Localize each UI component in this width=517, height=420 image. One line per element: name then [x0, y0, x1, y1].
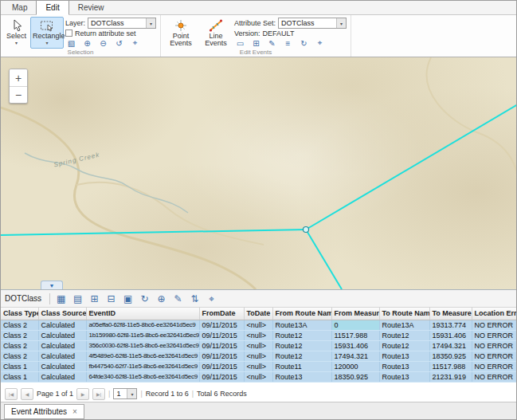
table-cell[interactable]: fb447540-62f7-11e5-8bc6-ee32641d5ec9 [86, 361, 199, 371]
table-cell[interactable]: 64fde340-62f8-11e5-8bc6-ee32641d5ec9 [86, 371, 199, 382]
table-row[interactable]: Class 1Calculated64fde340-62f8-11e5-8bc6… [1, 371, 517, 382]
table-cell[interactable]: <null> [244, 361, 272, 371]
table-cell[interactable]: Route13 [272, 371, 331, 382]
column-header[interactable]: EventID [86, 308, 199, 320]
table-cell[interactable]: Route13A [272, 320, 331, 330]
select-by-rectangle-icon[interactable]: ▧ [65, 37, 77, 49]
column-header[interactable]: Location Error [472, 308, 517, 320]
remove-from-selection-icon[interactable]: ⊖ [97, 37, 109, 49]
remove-record-icon[interactable]: ⊟ [104, 292, 119, 305]
column-header[interactable]: From Route Name [272, 308, 331, 320]
table-cell[interactable]: Calculated [38, 371, 86, 382]
table-cell[interactable]: Route12 [379, 330, 429, 340]
refresh-table-icon[interactable]: ↻ [137, 292, 152, 305]
map-canvas[interactable]: Spring Creek + − ▼ [1, 57, 517, 289]
table-cell[interactable]: 120000 [331, 361, 379, 371]
table-cell[interactable]: 0 [331, 320, 379, 330]
edit-event-icon[interactable]: ✎ [266, 37, 278, 49]
table-cell[interactable]: Calculated [38, 340, 86, 351]
sort-records-icon[interactable]: ⇅ [187, 292, 202, 305]
return-attribute-set-checkbox[interactable] [65, 29, 72, 37]
table-cell[interactable]: NO ERROR [472, 351, 517, 361]
table-cell[interactable]: 09/11/2015 [199, 330, 244, 340]
table-cell[interactable]: 09/11/2015 [199, 320, 244, 330]
zoom-in-button[interactable]: + [10, 69, 27, 86]
table-cell[interactable]: 15931.406 [429, 330, 472, 340]
table-cell[interactable]: Route12 [272, 351, 331, 361]
table-cell[interactable]: 09/11/2015 [199, 351, 244, 361]
column-header[interactable]: FromDate [199, 308, 244, 320]
table-cell[interactable]: Class 2 [1, 320, 38, 330]
previous-page-button[interactable]: ◀ [21, 388, 33, 400]
tab-event-attributes[interactable]: Event Attributes × [4, 404, 84, 419]
next-page-button[interactable]: ▶ [76, 388, 89, 400]
tab-review[interactable]: Review [69, 1, 113, 14]
route-polyline[interactable] [306, 104, 517, 230]
column-header[interactable]: To Route Name [379, 308, 429, 320]
table-row[interactable]: Class 2Calculated4f5489e0-62f8-11e5-8bc6… [1, 351, 517, 361]
table-cell[interactable]: 09/11/2015 [199, 361, 244, 371]
table-cell[interactable]: NO ERROR [472, 361, 517, 371]
attribute-grid-icon[interactable]: ▦ [53, 292, 69, 305]
tab-edit[interactable]: Edit [36, 0, 69, 15]
zoom-to-record-icon[interactable]: ⌖ [204, 292, 219, 305]
table-cell[interactable]: Class 1 [1, 371, 38, 382]
table-cell[interactable]: Calculated [38, 351, 86, 361]
table-cell[interactable]: Route13 [379, 371, 429, 382]
select-button[interactable]: Select ▾ [4, 17, 29, 49]
table-cell[interactable]: 11517.988 [429, 361, 472, 371]
column-header[interactable]: Class Type [1, 308, 38, 320]
table-cell[interactable]: NO ERROR [472, 330, 517, 340]
merge-events-icon[interactable]: ⊞ [250, 37, 262, 49]
table-cell[interactable]: Route13A [379, 320, 429, 330]
new-event-icon[interactable]: ⊕ [154, 292, 169, 305]
save-edits-icon[interactable]: ▣ [120, 292, 135, 305]
column-header[interactable]: To Measure [429, 308, 472, 320]
add-event-icon[interactable]: ▭ [234, 37, 246, 49]
table-cell[interactable]: NO ERROR [472, 371, 517, 382]
table-cell[interactable]: Class 1 [1, 361, 38, 371]
fields-view-icon[interactable]: ▤ [70, 292, 85, 305]
table-cell[interactable]: Route11 [272, 361, 331, 371]
table-cell[interactable]: 1b159980-62f8-11e5-8bc6-ee32641d5ec9 [86, 330, 199, 340]
close-icon[interactable]: × [72, 408, 77, 416]
tab-map[interactable]: Map [3, 1, 36, 14]
clear-selection-icon[interactable]: ↺ [113, 37, 125, 49]
table-cell[interactable]: Route13 [379, 361, 429, 371]
table-cell[interactable]: <null> [244, 330, 272, 340]
table-cell[interactable]: 09/11/2015 [199, 371, 244, 382]
panel-collapse-tab[interactable]: ▼ [41, 281, 63, 289]
table-cell[interactable]: Route12 [272, 340, 331, 351]
table-cell[interactable]: 356c0030-62f8-11e5-8bc6-ee32641d5ec9 [86, 340, 199, 351]
locate-event-icon[interactable]: ⌖ [314, 37, 326, 49]
table-cell[interactable]: 21231.919 [429, 371, 472, 382]
event-list-icon[interactable]: ≡ [282, 37, 294, 49]
add-to-selection-icon[interactable]: ⊕ [81, 37, 93, 49]
table-cell[interactable]: 17494.321 [331, 351, 379, 361]
table-cell[interactable]: Class 2 [1, 330, 38, 340]
column-header[interactable]: From Measure [331, 308, 379, 320]
column-header[interactable]: Class Source [38, 308, 86, 320]
route-polyline[interactable] [306, 230, 342, 289]
table-cell[interactable]: Class 2 [1, 351, 38, 361]
table-cell[interactable]: NO ERROR [472, 320, 517, 330]
table-cell[interactable]: Route12 [272, 330, 331, 340]
column-header[interactable]: ToDate [244, 308, 272, 320]
table-cell[interactable]: 4f5489e0-62f8-11e5-8bc6-ee32641d5ec9 [86, 351, 199, 361]
table-cell[interactable]: 11517.988 [331, 330, 379, 340]
table-cell[interactable]: Calculated [38, 361, 86, 371]
edit-record-icon[interactable]: ✎ [170, 292, 186, 305]
table-row[interactable]: Class 1Calculatedfb447540-62f7-11e5-8bc6… [1, 361, 517, 371]
table-cell[interactable]: a05effa0-62f8-11e5-8bc6-ee32641d5ec9 [86, 320, 199, 330]
table-cell[interactable]: 19313.774 [429, 320, 472, 330]
layer-select[interactable]: DOTClass ▾ [88, 18, 156, 29]
table-cell[interactable]: Calculated [38, 330, 86, 340]
last-page-button[interactable]: ▶| [92, 388, 105, 400]
table-cell[interactable]: 09/11/2015 [199, 340, 244, 351]
table-cell[interactable]: Route13 [379, 351, 429, 361]
table-cell[interactable]: <null> [244, 371, 272, 382]
table-cell[interactable]: 17494.321 [429, 340, 472, 351]
attribute-set-select[interactable]: DOTClass ▾ [278, 18, 347, 29]
table-cell[interactable]: 15931.406 [331, 340, 379, 351]
route-polyline[interactable] [1, 230, 306, 235]
